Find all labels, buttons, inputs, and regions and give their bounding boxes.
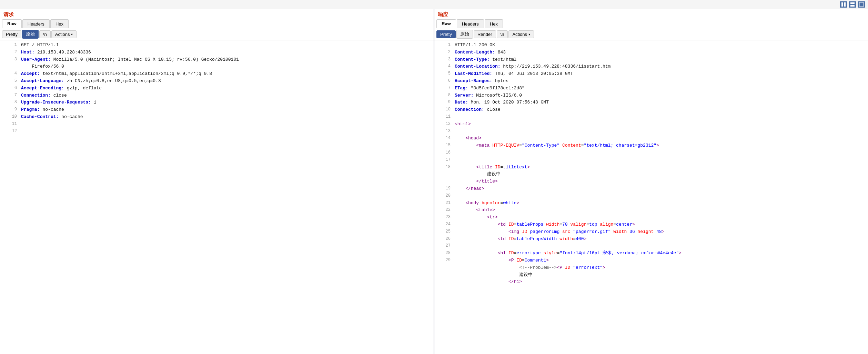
response-actions-chevron-icon: ▾ — [528, 32, 530, 36]
table-row: 28 <h1 ID=errortype style="font:14pt/16p… — [434, 250, 868, 257]
table-row: 1 HTTP/1.1 200 OK — [434, 42, 868, 49]
table-row: 6 Accept-Encoding: gzip, deflate — [0, 85, 434, 92]
response-code-area[interactable]: 1 HTTP/1.1 200 OK 2 Content-Length: 843 … — [434, 40, 868, 354]
response-actions-button[interactable]: Actions ▾ — [508, 30, 534, 38]
svg-rect-4 — [859, 2, 864, 7]
request-actions-chevron-icon: ▾ — [71, 32, 73, 36]
table-row: 12 <html> — [434, 121, 868, 128]
response-title: 响应 — [434, 9, 868, 19]
request-tab-headers[interactable]: Headers — [22, 19, 50, 28]
table-row: 2 Content-Length: 843 — [434, 49, 868, 56]
table-row: 6 Accept-Ranges: bytes — [434, 78, 868, 85]
table-row: 7 Connection: close — [0, 92, 434, 99]
response-tab-headers[interactable]: Headers — [457, 19, 484, 28]
table-row: </title> — [434, 178, 868, 185]
table-row: 8 Upgrade-Insecure-Requests: 1 — [0, 99, 434, 106]
svg-rect-1 — [844, 2, 846, 7]
table-row: 14 <head> — [434, 135, 868, 142]
table-row: 16 — [434, 149, 868, 157]
request-pane: 请求 Raw Headers Hex Pretty 原始 \n Actions … — [0, 9, 434, 354]
table-row: 29 <P ID=Comment1> — [434, 257, 868, 264]
svg-rect-2 — [850, 2, 855, 4]
request-view-newline[interactable]: \n — [39, 30, 51, 38]
table-row: </h1> — [434, 278, 868, 286]
response-view-render[interactable]: Render — [474, 30, 496, 38]
table-row: 10 Cache-Control: no-cache — [0, 114, 434, 121]
table-row: 8 Server: Microsoft-IIS/6.0 — [434, 92, 868, 99]
request-actions-button[interactable]: Actions ▾ — [51, 30, 77, 38]
table-row: 12 — [0, 128, 434, 135]
request-view-pretty[interactable]: Pretty — [2, 30, 21, 38]
table-row: 建设中 — [434, 171, 868, 178]
table-row: 22 <table> — [434, 207, 868, 214]
table-row: 1 GET / HTTP/1.1 — [0, 42, 434, 49]
table-row: 25 <img ID=pagerrorImg src="pagerror.gif… — [434, 228, 868, 236]
layout-horizontal-button[interactable] — [858, 1, 865, 8]
request-title: 请求 — [0, 9, 434, 19]
table-row: 19 </head> — [434, 185, 868, 193]
table-row: 7 ETag: "0d5fcd9f178ce1:2d8" — [434, 85, 868, 92]
table-row: 2 Host: 219.153.49.228:48336 — [0, 49, 434, 56]
response-view-bar: Pretty 原始 Render \n Actions ▾ — [434, 28, 868, 40]
response-tab-bar: Raw Headers Hex — [434, 19, 868, 28]
table-row: 11 — [0, 121, 434, 128]
layout-vertical-button[interactable] — [849, 1, 856, 8]
response-tab-hex[interactable]: Hex — [485, 19, 503, 28]
request-tab-raw[interactable]: Raw — [2, 19, 22, 28]
main-container: 请求 Raw Headers Hex Pretty 原始 \n Actions … — [0, 9, 868, 354]
table-row: 4 Accept: text/html,application/xhtml+xm… — [0, 70, 434, 78]
request-view-bar: Pretty 原始 \n Actions ▾ — [0, 28, 434, 40]
table-row: 3 User-Agent: Mozilla/5.0 (Macintosh; In… — [0, 56, 434, 63]
table-row: 17 — [434, 157, 868, 164]
table-row: 27 — [434, 243, 868, 250]
top-bar — [0, 0, 868, 9]
table-row: <!--Problem--><P ID="errorText"> — [434, 264, 868, 272]
table-row: 26 <td ID=tablePropsWidth width=400> — [434, 236, 868, 243]
table-row: 5 Accept-Language: zh-CN,zh;q=0.8,en-US;… — [0, 78, 434, 85]
table-row: 23 <tr> — [434, 214, 868, 221]
table-row: 11 — [434, 114, 868, 121]
response-view-original[interactable]: 原始 — [456, 30, 473, 39]
table-row: 20 — [434, 193, 868, 200]
table-row: 24 <td ID=tableProps width=70 valign=top… — [434, 221, 868, 228]
layout-split-button[interactable] — [840, 1, 847, 8]
svg-rect-3 — [850, 5, 855, 7]
table-row: 18 <title ID=titletext> — [434, 164, 868, 171]
table-row: 13 — [434, 128, 868, 135]
response-pane: 响应 Raw Headers Hex Pretty 原始 Render \n A… — [434, 9, 868, 354]
svg-rect-0 — [841, 2, 843, 7]
table-row: 4 Content-Location: http://219.153.49.22… — [434, 63, 868, 70]
table-row: 建设中 — [434, 272, 868, 279]
table-row: Firefox/56.0 — [0, 63, 434, 70]
request-view-original[interactable]: 原始 — [22, 30, 39, 39]
request-code-area[interactable]: 1 GET / HTTP/1.1 2 Host: 219.153.49.228:… — [0, 40, 434, 354]
table-row: 5 Last-Modified: Thu, 04 Jul 2013 20:05:… — [434, 70, 868, 78]
table-row: 21 <body bgcolor=white> — [434, 200, 868, 207]
response-view-newline[interactable]: \n — [497, 30, 508, 38]
request-tab-bar: Raw Headers Hex — [0, 19, 434, 28]
response-tab-raw[interactable]: Raw — [436, 19, 456, 28]
response-view-pretty[interactable]: Pretty — [436, 30, 456, 38]
table-row: 9 Date: Mon, 19 Oct 2020 07:56:48 GMT — [434, 99, 868, 106]
table-row: 15 <meta HTTP-EQUIV="Content-Type" Conte… — [434, 142, 868, 149]
request-tab-hex[interactable]: Hex — [50, 19, 69, 28]
table-row: 3 Content-Type: text/html — [434, 56, 868, 63]
table-row: 10 Connection: close — [434, 106, 868, 114]
table-row: 9 Pragma: no-cache — [0, 106, 434, 114]
